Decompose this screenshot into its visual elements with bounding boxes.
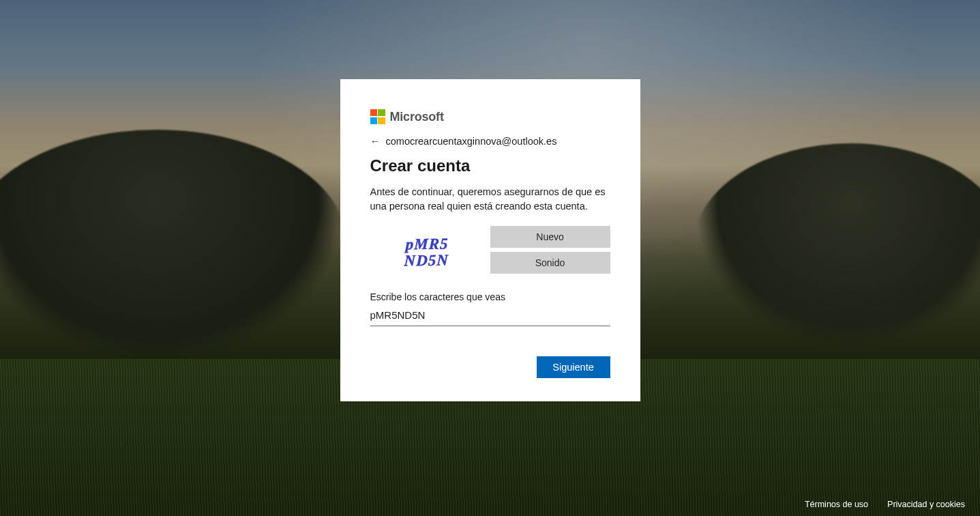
microsoft-logo-icon bbox=[370, 109, 385, 124]
captcha-row: pMR5 ND5N Nuevo Sonido bbox=[370, 226, 610, 279]
account-email: comocrearcuentaxginnova@outlook.es bbox=[386, 136, 557, 147]
next-button[interactable]: Siguiente bbox=[537, 356, 610, 378]
arrow-left-icon: ← bbox=[370, 135, 381, 147]
captcha-image: pMR5 ND5N bbox=[370, 226, 484, 279]
captcha-audio-button[interactable]: Sonido bbox=[490, 252, 610, 274]
captcha-input-label: Escribe los caracteres que veas bbox=[370, 291, 610, 302]
captcha-new-button[interactable]: Nuevo bbox=[490, 226, 610, 248]
brand-row: Microsoft bbox=[370, 109, 610, 124]
brand-name: Microsoft bbox=[390, 110, 444, 124]
footer-links: Términos de uso Privacidad y cookies bbox=[805, 500, 965, 509]
page-title: Crear cuenta bbox=[370, 156, 610, 175]
signup-card: Microsoft ← comocrearcuentaxginnova@outl… bbox=[340, 79, 640, 401]
back-button[interactable]: ← comocrearcuentaxginnova@outlook.es bbox=[370, 135, 610, 147]
terms-link[interactable]: Términos de uso bbox=[805, 500, 868, 509]
privacy-link[interactable]: Privacidad y cookies bbox=[887, 500, 965, 509]
page-subtitle: Antes de continuar, queremos asegurarnos… bbox=[370, 185, 610, 214]
captcha-image-text: pMR5 ND5N bbox=[404, 235, 449, 269]
captcha-input[interactable] bbox=[370, 306, 610, 326]
